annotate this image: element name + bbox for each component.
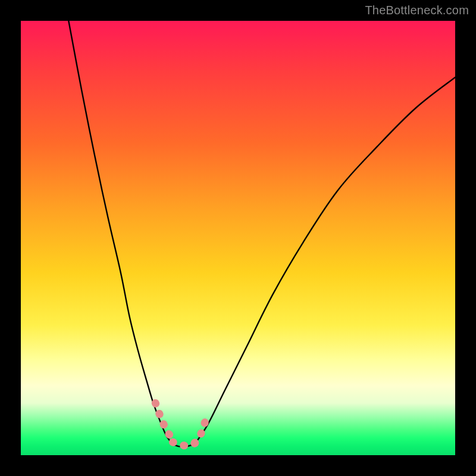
curve-right xyxy=(195,77,455,444)
curves-svg xyxy=(21,21,455,455)
watermark-text: TheBottleneck.com xyxy=(365,4,469,17)
highlight-right xyxy=(195,421,205,443)
highlight-left xyxy=(155,403,175,440)
plot-area xyxy=(21,21,455,455)
chart-frame: TheBottleneck.com xyxy=(0,0,476,476)
curve-left xyxy=(68,21,173,444)
